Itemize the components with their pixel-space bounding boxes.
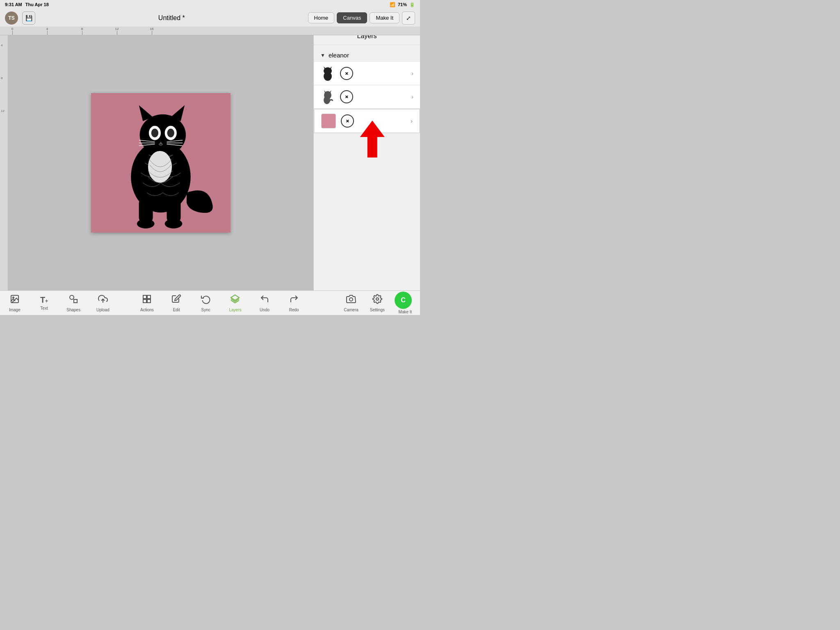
svg-point-41 xyxy=(349,298,353,301)
ruler-top: 0 4 8 12 16 xyxy=(0,27,420,35)
text-label: Text xyxy=(40,306,48,310)
svg-point-42 xyxy=(376,298,379,300)
svg-rect-39 xyxy=(147,299,151,303)
upload-tool[interactable]: Upload xyxy=(88,292,118,315)
settings-tool[interactable]: Settings xyxy=(364,292,390,315)
redo-label: Redo xyxy=(289,308,299,312)
layers-panel: Layers ▼ eleanor ✕ › xyxy=(313,27,420,290)
camera-icon xyxy=(346,294,356,306)
svg-marker-26 xyxy=(324,90,326,93)
top-toolbar: TS 💾 Untitled * Home Canvas Make It ⤢ xyxy=(0,9,420,27)
image-icon xyxy=(10,294,20,306)
svg-rect-36 xyxy=(143,295,146,299)
image-label: Image xyxy=(9,308,21,312)
text-icon: T+ xyxy=(40,295,48,305)
layer-thumb-2 xyxy=(320,89,335,104)
group-name: eleanor xyxy=(329,52,349,59)
save-button[interactable]: 💾 xyxy=(22,11,35,25)
avatar-button[interactable]: TS xyxy=(5,11,18,25)
edit-icon xyxy=(171,294,181,306)
actions-label: Actions xyxy=(140,308,154,312)
make-it-label: Make It xyxy=(399,310,412,314)
layer-type-icon-1: ✕ xyxy=(340,67,353,80)
svg-rect-5 xyxy=(139,199,153,222)
canvas-nav-button[interactable]: Canvas xyxy=(337,12,367,23)
svg-marker-23 xyxy=(330,66,332,69)
make-nav-button[interactable]: Make It xyxy=(370,12,399,23)
svg-rect-37 xyxy=(147,295,151,299)
layer-1-preview xyxy=(320,66,335,81)
group-toggle-icon: ▼ xyxy=(320,52,325,58)
settings-icon xyxy=(372,294,382,306)
svg-point-33 xyxy=(70,295,74,299)
camera-label: Camera xyxy=(344,308,358,312)
svg-rect-6 xyxy=(167,199,181,222)
svg-point-8 xyxy=(165,219,183,228)
upload-icon xyxy=(98,294,108,306)
make-it-icon: C xyxy=(401,297,406,304)
actions-icon xyxy=(142,294,152,306)
status-time: 9:31 AM xyxy=(5,2,22,7)
expand-button[interactable]: ⤢ xyxy=(402,11,415,25)
undo-icon xyxy=(260,294,269,306)
settings-label: Settings xyxy=(370,308,385,312)
document-title: Untitled * xyxy=(158,14,185,21)
svg-point-7 xyxy=(137,219,155,228)
redo-icon xyxy=(289,294,299,306)
svg-marker-27 xyxy=(329,90,331,93)
svg-point-11 xyxy=(151,129,158,137)
layers-tool[interactable]: Layers xyxy=(221,292,250,315)
make-it-container[interactable]: C Make It xyxy=(390,292,420,314)
layer-type-icon-3: ✕ xyxy=(341,114,354,128)
svg-marker-22 xyxy=(324,66,326,69)
layer-chevron-1: › xyxy=(411,70,413,77)
canvas-area xyxy=(8,35,313,290)
design-canvas xyxy=(91,93,231,233)
wifi-icon: 📶 xyxy=(390,2,395,7)
battery-icon: 🔋 xyxy=(409,2,415,7)
svg-point-12 xyxy=(167,129,174,137)
sync-icon xyxy=(201,294,211,306)
camera-tool[interactable]: Camera xyxy=(338,292,364,315)
redo-tool[interactable]: Redo xyxy=(279,292,309,315)
status-day: Thu Apr 18 xyxy=(25,2,49,7)
edit-tool[interactable]: Edit xyxy=(162,292,191,315)
upload-label: Upload xyxy=(96,308,110,312)
layer-type-icon-2: ✕ xyxy=(340,90,353,103)
layers-label: Layers xyxy=(229,308,241,312)
bottom-toolbar: Image T+ Text Shapes Upload xyxy=(0,290,420,315)
sync-label: Sync xyxy=(201,308,210,312)
layer-thumb-color xyxy=(321,114,336,128)
undo-tool[interactable]: Undo xyxy=(250,292,279,315)
svg-rect-38 xyxy=(143,299,146,303)
svg-point-24 xyxy=(324,72,332,81)
layer-chevron-3: › xyxy=(411,118,413,124)
battery-level: 71% xyxy=(398,2,407,7)
status-bar: 9:31 AM Thu Apr 18 📶 71% 🔋 xyxy=(0,0,420,9)
layer-group-header[interactable]: ▼ eleanor xyxy=(314,48,420,62)
text-tool[interactable]: T+ Text xyxy=(30,293,59,313)
shapes-label: Shapes xyxy=(66,308,80,312)
layer-chevron-2: › xyxy=(411,94,413,100)
annotation-arrow xyxy=(360,121,374,159)
actions-tool[interactable]: Actions xyxy=(132,292,162,315)
sync-tool[interactable]: Sync xyxy=(191,292,221,315)
svg-rect-34 xyxy=(74,299,77,303)
svg-point-28 xyxy=(324,96,330,104)
image-tool[interactable]: Image xyxy=(0,292,30,315)
svg-marker-29 xyxy=(360,121,384,158)
edit-label: Edit xyxy=(173,308,180,312)
shapes-icon xyxy=(68,294,78,306)
svg-point-31 xyxy=(13,297,14,298)
layer-thumb-1 xyxy=(320,66,335,81)
layer-2-preview xyxy=(320,89,335,104)
home-nav-button[interactable]: Home xyxy=(308,12,335,23)
layer-item-1[interactable]: ✕ › xyxy=(314,62,420,85)
shapes-tool[interactable]: Shapes xyxy=(59,292,88,315)
make-it-button[interactable]: C xyxy=(395,292,412,309)
undo-label: Undo xyxy=(260,308,269,312)
ruler-left: 4 8 12 xyxy=(0,35,8,290)
layer-item-2[interactable]: ✕ › xyxy=(314,85,420,109)
layers-icon xyxy=(230,294,240,306)
cat-image xyxy=(99,97,222,228)
